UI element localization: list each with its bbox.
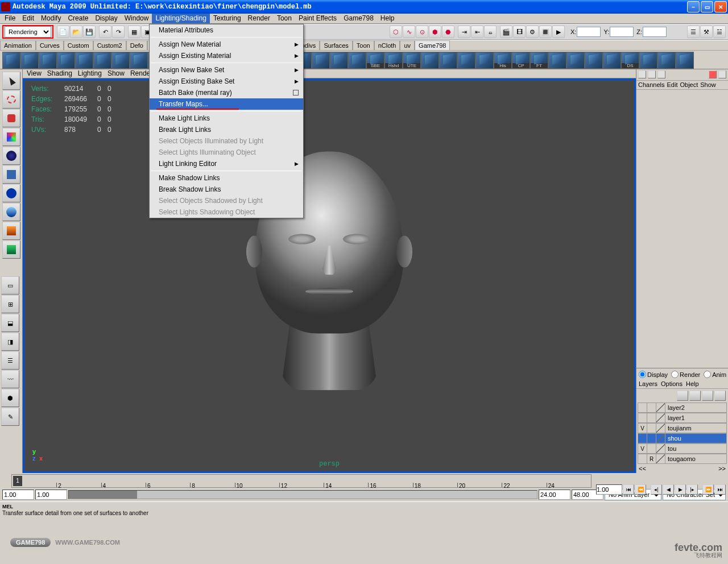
paint-select-tool[interactable] bbox=[2, 109, 20, 127]
layer-menu-help[interactable]: Help bbox=[686, 380, 699, 387]
rotate-tool[interactable] bbox=[2, 147, 20, 165]
shelf-icon-30[interactable] bbox=[548, 52, 566, 69]
fps-input[interactable] bbox=[596, 484, 622, 495]
shelf-icon-33[interactable] bbox=[603, 52, 621, 69]
module-selector[interactable]: Rendering bbox=[5, 26, 51, 38]
time-slider[interactable]: 1 24681012141618202224 bbox=[11, 474, 592, 488]
shelf-icon-4[interactable] bbox=[75, 52, 93, 69]
shelf-tab-uv[interactable]: uv bbox=[400, 40, 415, 50]
snap-grid-icon[interactable]: ⬡ bbox=[390, 26, 402, 38]
menu-render[interactable]: Render bbox=[245, 14, 274, 23]
goto-start[interactable]: ⏮ bbox=[623, 484, 634, 495]
snap-live-icon[interactable]: ⬣ bbox=[442, 26, 454, 38]
layer-layer2[interactable]: layer2 bbox=[638, 403, 727, 413]
ae-icon[interactable]: ☰ bbox=[687, 26, 700, 38]
menu-item-break-shadow-links[interactable]: Break Shadow Links bbox=[150, 184, 303, 195]
playblast-icon[interactable]: ▶ bbox=[552, 26, 565, 38]
shelf-icon-34[interactable]: DS bbox=[621, 52, 639, 69]
next-key[interactable]: |▸ bbox=[686, 484, 698, 495]
vp-menu-view[interactable]: View bbox=[25, 69, 43, 78]
move-tool[interactable] bbox=[2, 128, 20, 146]
layer-layer1[interactable]: layer1 bbox=[638, 413, 727, 423]
channel-menu-object[interactable]: Object bbox=[680, 81, 698, 89]
menu-create[interactable]: Create bbox=[64, 14, 92, 23]
menu-file[interactable]: File bbox=[1, 14, 19, 23]
layer-prev[interactable]: << bbox=[639, 465, 646, 472]
shelf-icon-6[interactable] bbox=[111, 52, 130, 69]
four-view[interactable]: ⊞ bbox=[1, 295, 19, 313]
shelf-icon-7[interactable] bbox=[130, 52, 148, 69]
shelf-tab-defo[interactable]: Defo bbox=[126, 40, 147, 50]
range-end[interactable] bbox=[539, 490, 570, 500]
select-tool[interactable] bbox=[2, 72, 20, 90]
ch-ic1[interactable] bbox=[638, 70, 646, 78]
range-start[interactable] bbox=[35, 490, 67, 500]
last-tool[interactable] bbox=[2, 240, 20, 259]
anim-start[interactable] bbox=[2, 490, 34, 500]
play-fwd[interactable]: ▶ bbox=[675, 484, 686, 495]
menu-toon[interactable]: Toon bbox=[274, 14, 295, 23]
menu-item-material-attributes[interactable]: Material Attributes bbox=[150, 24, 303, 36]
layer-ic3[interactable] bbox=[702, 391, 713, 401]
outliner-view[interactable]: ☰ bbox=[1, 351, 19, 370]
range-slider[interactable] bbox=[68, 490, 537, 499]
shelf-icon-23[interactable] bbox=[421, 52, 439, 69]
file-new-icon[interactable]: 📄 bbox=[57, 26, 69, 38]
redo-icon[interactable]: ↷ bbox=[112, 26, 125, 38]
menu-game798[interactable]: Game798 bbox=[340, 14, 377, 23]
shelf-tab-custom2[interactable]: Custom2 bbox=[93, 40, 126, 50]
menu-display[interactable]: Display bbox=[92, 14, 121, 23]
select-hier-icon[interactable]: ▦ bbox=[128, 26, 140, 38]
menu-help[interactable]: Help bbox=[377, 14, 398, 23]
play-back[interactable]: ◀ bbox=[663, 484, 674, 495]
menu-item-assign-existing-material[interactable]: Assign Existing Material▶ bbox=[150, 50, 303, 61]
step-fwd[interactable]: ⏩ bbox=[702, 484, 714, 495]
layer-next[interactable]: >> bbox=[718, 465, 726, 472]
channel-menu-channels[interactable]: Channels bbox=[638, 81, 664, 89]
vp-menu-shading[interactable]: Shading bbox=[46, 69, 74, 78]
shelf-icon-0[interactable] bbox=[2, 52, 20, 69]
vp-menu-show[interactable]: Show bbox=[106, 69, 126, 78]
two-view-v[interactable]: ◨ bbox=[1, 333, 19, 351]
close-button[interactable]: ✕ bbox=[714, 1, 727, 13]
menu-item-make-shadow-links[interactable]: Make Shadow Links bbox=[150, 172, 303, 184]
shelf-icon-24[interactable] bbox=[439, 52, 457, 69]
shelf-icon-5[interactable] bbox=[93, 52, 111, 69]
shelf-icon-36[interactable] bbox=[657, 52, 676, 69]
manip-tool[interactable] bbox=[2, 184, 20, 202]
menu-paint-effects[interactable]: Paint Effects bbox=[295, 14, 340, 23]
shelf-icon-1[interactable] bbox=[20, 52, 39, 69]
shelf-tab-surfaces[interactable]: Surfaces bbox=[320, 40, 352, 50]
step-back[interactable]: ⏪ bbox=[635, 484, 646, 495]
prev-key[interactable]: ◂| bbox=[651, 484, 662, 495]
shelf-icon-3[interactable] bbox=[57, 52, 75, 69]
current-frame[interactable]: 1 bbox=[13, 476, 22, 486]
channel-menu-edit[interactable]: Edit bbox=[667, 81, 677, 89]
file-open-icon[interactable]: 📂 bbox=[70, 26, 82, 38]
menu-item-assign-new-material[interactable]: Assign New Material▶ bbox=[150, 39, 303, 50]
menu-window[interactable]: Window bbox=[121, 14, 152, 23]
y-input[interactable] bbox=[610, 27, 634, 37]
menu-modify[interactable]: Modify bbox=[38, 14, 64, 23]
menu-item-break-light-links[interactable]: Break Light Links bbox=[150, 124, 303, 135]
x-input[interactable] bbox=[577, 27, 601, 37]
two-view-h[interactable]: ⬓ bbox=[1, 314, 19, 332]
layer-tab-display[interactable]: Display bbox=[639, 371, 668, 378]
undo-icon[interactable]: ↶ bbox=[99, 26, 111, 38]
menu-item-transfer-maps-[interactable]: Transfer Maps... bbox=[150, 98, 303, 110]
file-save-icon[interactable]: 💾 bbox=[83, 26, 96, 38]
graph-view[interactable]: 〰 bbox=[1, 370, 19, 388]
shelf-icon-20[interactable]: SBE bbox=[366, 52, 384, 69]
channel-menu-show[interactable]: Show bbox=[700, 81, 716, 89]
layer-tab-anim[interactable]: Anim bbox=[704, 371, 726, 378]
menu-item-assign-new-bake-set[interactable]: Assign New Bake Set▶ bbox=[150, 64, 303, 76]
shelf-icon-22[interactable]: UTE bbox=[403, 52, 421, 69]
single-view[interactable]: ▭ bbox=[1, 276, 19, 295]
layer-toujianm[interactable]: Vtoujianm bbox=[638, 423, 727, 433]
hypershade-icon[interactable]: 🔳 bbox=[539, 26, 552, 38]
script-view[interactable]: ✎ bbox=[1, 408, 19, 426]
render-globals-icon[interactable]: ⚙ bbox=[526, 26, 539, 38]
shelf-tab-toon[interactable]: Toon bbox=[353, 40, 374, 50]
shelf-icon-35[interactable] bbox=[639, 52, 657, 69]
shelf-icon-18[interactable] bbox=[330, 52, 348, 69]
